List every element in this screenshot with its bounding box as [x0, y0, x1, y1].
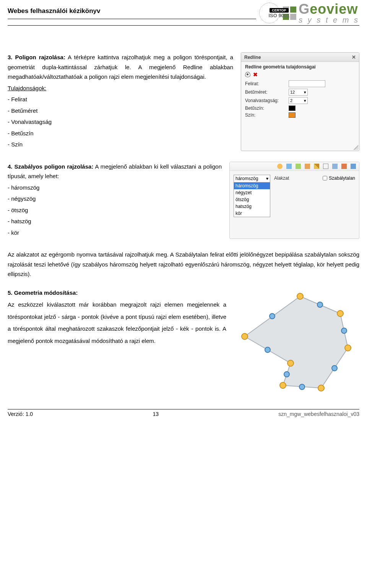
redline-panel: Redline ✕ Redline geometria tulajdonsága… [241, 52, 359, 151]
svg-point-13 [265, 347, 270, 352]
svg-point-3 [345, 345, 351, 351]
redline-subhead: Redline geometria tulajdonságai [245, 64, 355, 70]
shape-option[interactable]: háromszög [234, 182, 270, 189]
iso-badge: CERTOP ISO 9001 [256, 3, 283, 23]
after4-paragraph: Az alakzatot az egérgomb nyomva tartásáv… [8, 250, 359, 279]
shape-select-value: háromszög [235, 176, 258, 181]
svg-point-4 [318, 385, 324, 391]
tool-icon[interactable] [305, 164, 310, 169]
polygon-edit-figure [233, 287, 359, 394]
brand-sub: s y s t e m s [299, 16, 359, 24]
page-footer: Verzió: 1.0 13 szn_mgw_webesfelhasznaloi… [8, 409, 359, 421]
vonalvastag-label: Vonalvastagság: [245, 98, 286, 103]
irregular-checkbox[interactable] [323, 176, 327, 180]
doc-title: Webes felhasználói kézikönyv [8, 7, 256, 19]
shape-option[interactable]: ötszög [234, 196, 270, 203]
section4-type: - ötszög [8, 205, 222, 215]
section3-prop: - Betűszín [8, 128, 233, 138]
eye-icon[interactable] [245, 72, 250, 77]
footer-page-number: 13 [153, 411, 159, 417]
poly-toolbar [230, 162, 359, 171]
chevron-down-icon: ▾ [266, 176, 268, 181]
brand-logo: GGeovieweoview s y s t e m s [283, 2, 359, 24]
svg-point-5 [280, 382, 286, 388]
section3-prop: - Felirat [8, 94, 233, 104]
svg-point-2 [337, 310, 343, 317]
chevron-down-icon: ▾ [304, 90, 306, 95]
section5-text: 5. Geometria módosítása: Az eszközzel ki… [8, 287, 226, 347]
tool-icon[interactable] [332, 164, 338, 169]
betumeret-select[interactable]: 12▾ [289, 89, 308, 96]
tool-icon[interactable] [296, 164, 301, 169]
section4-type: - kör [8, 228, 222, 238]
svg-point-1 [297, 293, 303, 299]
delete-icon[interactable]: ✖ [253, 72, 258, 77]
shape-select[interactable]: háromszög ▾ háromszög négyzet ötszög hat… [234, 175, 270, 217]
brand-name: GGeovieweoview [299, 2, 359, 16]
svg-point-0 [242, 333, 248, 339]
footer-version: Verzió: 1.0 [8, 411, 33, 417]
tool-icon[interactable] [351, 164, 356, 169]
svg-point-6 [287, 360, 294, 366]
felirat-label: Felirat: [245, 81, 286, 86]
section4-type: - négyszög [8, 194, 222, 204]
chevron-down-icon: ▾ [304, 98, 306, 103]
shape-option[interactable]: hatszög [234, 203, 270, 210]
section5-lead: 5. Geometria módosítása: [8, 289, 78, 296]
svg-point-9 [341, 328, 347, 333]
svg-point-10 [332, 365, 337, 371]
cert-circle-icon: CERTOP ISO 9001 [259, 3, 280, 23]
section5-body: Az eszközzel kiválasztott már korábban m… [8, 299, 226, 347]
betuszin-label: Betűszín: [245, 106, 286, 111]
polygon-type-panel: háromszög ▾ háromszög négyzet ötszög hat… [229, 162, 359, 239]
certop-label: CERTOP [270, 8, 288, 13]
szin-swatch[interactable] [289, 112, 296, 118]
section3-lead: 3. Poligon rajzolása: [8, 54, 65, 60]
pencil-icon[interactable] [314, 164, 319, 169]
tool-icon[interactable] [277, 164, 283, 169]
close-icon[interactable]: ✕ [352, 54, 356, 60]
content: 3. Poligon rajzolása: A térképre kattint… [8, 26, 359, 394]
betuszin-swatch[interactable] [289, 106, 296, 111]
betumeret-label: Betűméret: [245, 89, 286, 95]
tool-icon[interactable] [286, 164, 292, 169]
felirat-input[interactable] [289, 80, 325, 87]
szin-label: Szín: [245, 112, 286, 118]
svg-point-8 [317, 302, 323, 307]
section4-type: - háromszög [8, 183, 222, 193]
shape-option[interactable]: négyzet [234, 189, 270, 196]
tool-icon[interactable] [323, 164, 328, 169]
redline-title: Redline [244, 55, 261, 60]
iso-label: ISO 9001 [268, 13, 289, 18]
vonalvastag-select[interactable]: 2▾ [289, 97, 308, 104]
section3-prop: - Vonalvastagság [8, 117, 233, 127]
props-head: Tulajdonságok: [8, 83, 233, 93]
svg-point-11 [299, 384, 305, 390]
section4-lead: 4. Szabályos poligon rajzolása: [8, 163, 93, 170]
page-header: Webes felhasználói kézikönyv CERTOP ISO … [8, 0, 359, 26]
alakzat-label: Alakzat [274, 175, 289, 181]
polygon-shape-icon [245, 296, 348, 388]
section4-type: - hatszög [8, 216, 222, 226]
redline-titlebar: Redline ✕ [241, 53, 359, 62]
svg-point-12 [284, 372, 289, 377]
section4-text: 4. Szabályos poligon rajzolása: A megjel… [8, 162, 222, 239]
section3-prop: - Betűméret [8, 106, 233, 116]
tool-icon[interactable] [341, 164, 347, 169]
footer-right-cut: szn_mgw_webesfelhasznaloi_v03 [278, 411, 359, 417]
section3-prop: - Szín [8, 140, 233, 149]
irregular-label: Szabálytalan [329, 175, 355, 181]
section3-text: 3. Poligon rajzolása: A térképre kattint… [8, 52, 233, 151]
svg-point-7 [270, 313, 275, 319]
shape-option[interactable]: kör [234, 210, 270, 217]
resize-grip-icon[interactable] [354, 145, 358, 150]
